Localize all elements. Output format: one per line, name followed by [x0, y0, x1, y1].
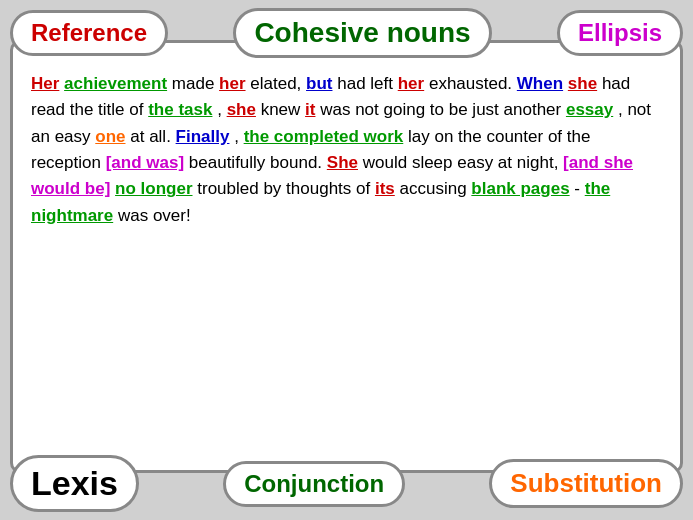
and-was: [and was] [106, 153, 184, 172]
essay: essay [566, 100, 613, 119]
it: it [305, 100, 315, 119]
achievement: achievement [64, 74, 167, 93]
the-completed-work: the completed work [244, 127, 404, 146]
conjunction-label: Conjunction [223, 461, 405, 507]
cohesive-nouns-label: Cohesive nouns [233, 8, 491, 58]
her3: her [398, 74, 424, 93]
when: When [517, 74, 563, 93]
she3: She [327, 153, 358, 172]
bottom-row: Lexis Conjunction Substitution [10, 455, 683, 512]
reference-label: Reference [10, 10, 168, 56]
main-container: Reference Cohesive nouns Ellipsis Her ac… [0, 0, 693, 520]
top-row: Reference Cohesive nouns Ellipsis [10, 8, 683, 58]
finally: Finally [176, 127, 230, 146]
her1: Her [31, 74, 59, 93]
content-box: Her achievement made her elated, but had… [10, 40, 683, 473]
ellipsis-label: Ellipsis [557, 10, 683, 56]
the-task: the task [148, 100, 212, 119]
she2: she [227, 100, 256, 119]
substitution-label: Substitution [489, 459, 683, 508]
no-longer: no longer [115, 179, 192, 198]
paragraph: Her achievement made her elated, but had… [31, 71, 662, 229]
lexis-label: Lexis [10, 455, 139, 512]
but: but [306, 74, 332, 93]
she1: she [568, 74, 597, 93]
her2: her [219, 74, 245, 93]
its: its [375, 179, 395, 198]
one: one [95, 127, 125, 146]
blank-pages: blank pages [471, 179, 569, 198]
